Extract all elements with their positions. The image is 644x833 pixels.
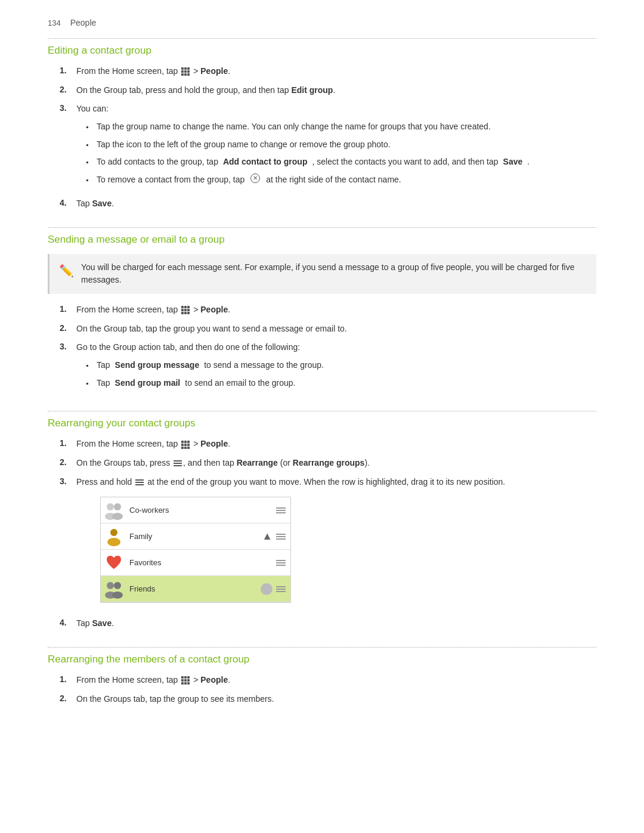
section-divider-2	[48, 227, 596, 228]
send-group-message-label: Send group message	[115, 359, 200, 372]
avatar-favorites	[101, 550, 127, 576]
save-label-4: Save	[92, 199, 112, 208]
drag-lines-friends	[276, 586, 286, 592]
step-content-3: You can: Tap the group name to change th…	[76, 103, 596, 191]
send-step-content-1: From the Home screen, tap > People.	[76, 304, 596, 317]
add-contact-label: Add contact to group	[223, 156, 308, 169]
x-circle-icon: ✕	[250, 174, 260, 183]
page-title: People	[70, 18, 97, 27]
note-text: You will be charged for each message sen…	[81, 261, 587, 287]
send-step-1: 1. From the Home screen, tap > People.	[60, 304, 596, 317]
svg-point-4	[110, 529, 117, 536]
grid-icon-1	[181, 67, 190, 76]
drag-handle-family: ▲	[262, 528, 290, 545]
rear-step-num-2: 2.	[60, 457, 72, 467]
edit-group-label: Edit group	[291, 85, 333, 95]
rear-step-num-4: 4.	[60, 617, 72, 627]
section-divider	[48, 38, 596, 39]
section-title-rearranging: Rearranging your contact groups	[48, 417, 596, 429]
note-box: ✏️ You will be charged for each message …	[48, 254, 596, 294]
section-divider-3	[48, 411, 596, 411]
mem-step-2: 2. On the Groups tab, tap the group to s…	[60, 693, 596, 706]
steps-list-sending: 1. From the Home screen, tap > People. 2…	[60, 304, 596, 394]
step-4: 4. Tap Save.	[60, 197, 596, 210]
label-friends: Friends	[127, 583, 261, 595]
lines-icon-r3	[135, 479, 144, 485]
drag-lines-family	[276, 534, 286, 540]
drag-lines-coworkers	[276, 507, 286, 513]
avatar-friends	[101, 576, 127, 602]
step-num-4: 4.	[60, 197, 72, 208]
send-bullet-1: Tap Send group message to send a message…	[86, 359, 596, 372]
drag-handle-friends	[261, 583, 290, 595]
steps-list-editing: 1. From the Home screen, tap > People. 2…	[60, 65, 596, 210]
steps-list-rearranging: 1. From the Home screen, tap > People. 2…	[60, 438, 596, 630]
people-label-r1: People	[200, 439, 228, 448]
bullet-item-1: Tap the group name to change the name. Y…	[86, 120, 596, 134]
section-title-rearranging-members: Rearranging the members of a contact gro…	[48, 654, 596, 665]
save-label-rear: Save	[92, 618, 112, 628]
svg-point-7	[114, 582, 121, 589]
rear-step-content-4: Tap Save.	[76, 617, 596, 630]
section-title-editing: Editing a contact group	[48, 45, 596, 57]
step-content-4: Tap Save.	[76, 197, 596, 210]
send-step-content-2: On the Group tab, tap the group you want…	[76, 323, 596, 336]
drag-handle-coworkers	[276, 507, 290, 513]
mem-step-num-2: 2.	[60, 693, 72, 703]
mem-step-content-1: From the Home screen, tap > People.	[76, 674, 596, 687]
people-label-m1: People	[200, 675, 228, 685]
screenshot-row-family: Family ▲	[101, 524, 290, 550]
drag-lines-favorites	[276, 560, 286, 566]
bullet-item-3: To add contacts to the group, tap Add co…	[86, 156, 596, 169]
send-step-2: 2. On the Group tab, tap the group you w…	[60, 323, 596, 336]
note-pencil-icon: ✏️	[59, 262, 74, 280]
bullet-item-2: Tap the icon to the left of the group na…	[86, 138, 596, 151]
svg-point-9	[112, 592, 123, 599]
rear-step-4: 4. Tap Save.	[60, 617, 596, 630]
grid-icon-r1	[181, 441, 190, 449]
mem-step-content-2: On the Groups tab, tap the group to see …	[76, 693, 596, 706]
section-rearranging-members: Rearranging the members of a contact gro…	[48, 647, 596, 705]
svg-point-5	[107, 538, 120, 546]
mem-step-num-1: 1.	[60, 674, 72, 684]
rearrange-screenshot: Co-workers Family ▲	[100, 497, 291, 603]
step-num-1: 1.	[60, 65, 72, 75]
rearrange-groups-label: Rearrange groups	[293, 458, 365, 467]
rear-step-content-2: On the Groups tab, press , and then tap …	[76, 457, 596, 470]
section-divider-4	[48, 647, 596, 648]
send-step-content-3: Go to the Group action tab, and then do …	[76, 341, 596, 394]
people-label-1: People	[200, 66, 228, 76]
section-rearranging-groups: Rearranging your contact groups 1. From …	[48, 411, 596, 630]
people-label-s1: People	[200, 305, 228, 314]
send-step-num-1: 1.	[60, 304, 72, 314]
page-number: 134	[48, 18, 61, 27]
svg-point-6	[107, 582, 114, 589]
rear-step-3: 3. Press and hold at the end of the grou…	[60, 476, 596, 612]
label-coworkers: Co-workers	[127, 504, 276, 516]
svg-point-1	[114, 503, 121, 510]
svg-point-3	[112, 513, 123, 520]
screenshot-row-friends: Friends	[101, 576, 290, 602]
label-favorites: Favorites	[127, 557, 276, 569]
section-title-sending: Sending a message or email to a group	[48, 234, 596, 246]
step-content-2: On the Group tab, press and hold the gro…	[76, 84, 596, 97]
rearrange-label: Rearrange	[237, 458, 278, 467]
section-sending-message: Sending a message or email to a group ✏️…	[48, 227, 596, 395]
send-bullet-2: Tap Send group mail to send an email to …	[86, 377, 596, 390]
step-2: 2. On the Group tab, press and hold the …	[60, 84, 596, 97]
step-num-3: 3.	[60, 103, 72, 113]
bullet-list-3: Tap the group name to change the name. Y…	[86, 120, 596, 187]
save-label-bullet: Save	[503, 156, 523, 169]
grid-icon-s1	[181, 306, 190, 314]
drag-arrow-family: ▲	[262, 528, 273, 545]
step-3: 3. You can: Tap the group name to change…	[60, 103, 596, 191]
send-step-num-2: 2.	[60, 323, 72, 333]
hamburger-icon-r2	[174, 460, 182, 466]
section-editing-contact-group: Editing a contact group 1. From the Home…	[48, 38, 596, 210]
step-content-1: From the Home screen, tap > People.	[76, 65, 596, 78]
label-family: Family	[127, 531, 262, 543]
step-num-2: 2.	[60, 84, 72, 94]
rear-step-content-1: From the Home screen, tap > People.	[76, 438, 596, 451]
avatar-coworkers	[101, 497, 127, 524]
mem-step-1: 1. From the Home screen, tap > People.	[60, 674, 596, 687]
